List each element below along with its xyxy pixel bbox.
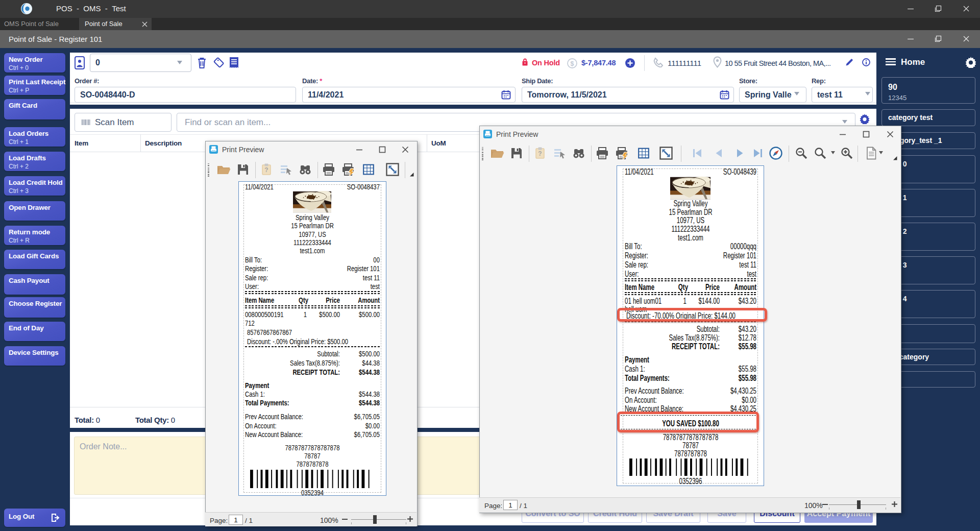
svg-text:?: ?	[538, 150, 542, 157]
svg-text:?: ?	[264, 166, 268, 174]
svg-text:$: $	[571, 60, 574, 67]
